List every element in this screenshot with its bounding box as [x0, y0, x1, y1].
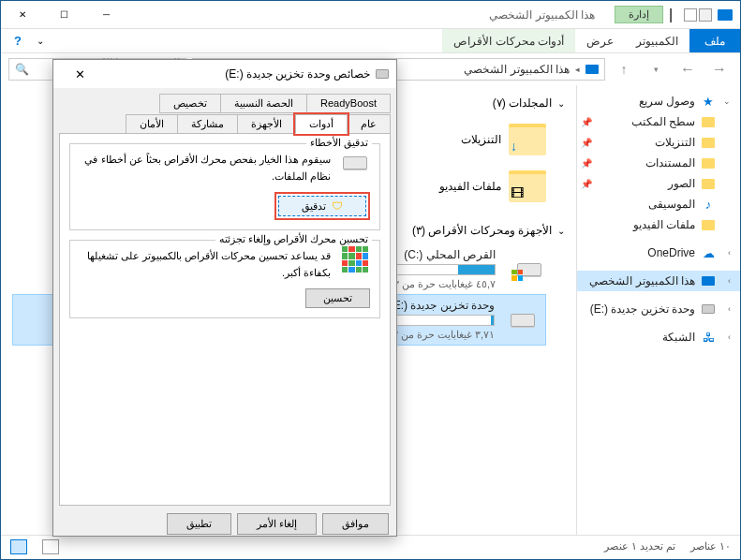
folder-icon	[701, 217, 716, 232]
nav-label: سطح المكتب	[598, 115, 695, 128]
chevron-down-icon: ⌄	[557, 98, 565, 109]
qat-icon[interactable]	[684, 8, 697, 22]
nav-forward-button[interactable]: ←	[674, 56, 701, 82]
folder-icon: 🎞	[509, 170, 546, 202]
nav-up-button[interactable]: ↑	[611, 56, 637, 82]
properties-dialog: خصائص وحدة تخزين جديدة (:E) ✕ ReadyBoost…	[52, 59, 397, 537]
nav-drive-e[interactable]: ›وحدة تخزين جديدة (:E)	[577, 299, 740, 319]
nav-this-pc[interactable]: ›هذا الكمبيوتر الشخصي	[577, 271, 740, 291]
tab-sharing[interactable]: مشاركة	[177, 114, 238, 134]
ribbon-tab-view[interactable]: عرض	[575, 29, 625, 52]
check-button[interactable]: 🛡 تدقيق	[278, 196, 366, 216]
button-label: تحسين	[323, 292, 352, 304]
separator: |	[669, 7, 678, 23]
minimize-button[interactable]: ─	[85, 1, 127, 29]
window-title: هذا الكمبيوتر الشخصي	[489, 8, 595, 22]
button-row: تحسين	[80, 288, 370, 308]
ribbon: ملف الكمبيوتر عرض أدوات محركات الأقراص ⌄…	[1, 29, 740, 53]
error-checking-group: تدقيق الأخطاء سيقوم هذا الخيار بفحص محرك…	[69, 143, 380, 230]
nav-group-network: ›🖧الشبكة	[577, 327, 740, 347]
nav-onedrive[interactable]: ›☁OneDrive	[577, 243, 740, 263]
cloud-icon: ☁	[701, 245, 716, 260]
chevron-down-icon[interactable]: ⌄	[721, 96, 731, 106]
fieldset-content: سيقوم هذا الخيار بفحص محرك الأقراص بحثاً…	[80, 152, 370, 184]
drive-check-icon	[340, 152, 370, 174]
chevron-icon[interactable]: ›	[721, 276, 731, 286]
chevron-down-icon: ⌄	[557, 226, 565, 236]
dialog-title-content: خصائص وحدة تخزين جديدة (:E)	[225, 67, 389, 81]
window-titlebar: ✕ ☐ ─ هذا الكمبيوتر الشخصي إدارة |	[1, 1, 740, 29]
drive-icon	[505, 257, 542, 283]
nav-group-onedrive: ›☁OneDrive	[577, 243, 740, 263]
breadcrumb-item[interactable]: هذا الكمبيوتر الشخصي	[464, 63, 570, 76]
close-button[interactable]: ✕	[1, 1, 43, 29]
shield-icon: 🛡	[332, 199, 343, 213]
nav-item-downloads[interactable]: التنزيلات📌	[577, 132, 740, 153]
nav-item-videos[interactable]: ملفات الفيديو	[577, 214, 740, 235]
folder-label: ملفات الفيديو	[439, 180, 501, 193]
button-label: تدقيق	[302, 200, 326, 213]
tab-hardware[interactable]: الأجهزة	[237, 114, 296, 134]
ribbon-file-tab[interactable]: ملف	[689, 29, 740, 52]
nav-label: هذا الكمبيوتر الشخصي	[581, 274, 695, 287]
titlebar-content: هذا الكمبيوتر الشخصي إدارة |	[489, 6, 740, 23]
ribbon-tab-drive-tools[interactable]: أدوات محركات الأقراص	[442, 29, 575, 52]
nav-item-documents[interactable]: المستندات📌	[577, 153, 740, 173]
search-icon: 🔍	[15, 63, 29, 76]
pin-icon: 📌	[581, 158, 592, 169]
tab-general[interactable]: عام	[347, 114, 391, 134]
pin-icon: 📌	[581, 117, 592, 127]
folder-icon: ↓	[509, 124, 546, 155]
cancel-button[interactable]: إلغاء الأمر	[237, 513, 317, 535]
tab-security[interactable]: الأمان	[126, 114, 178, 134]
nav-item-desktop[interactable]: سطح المكتب📌	[577, 111, 740, 132]
pc-icon	[585, 65, 599, 74]
status-item-count: ١٠ عناصر	[690, 540, 731, 553]
breadcrumb-sep: ◂	[575, 65, 580, 74]
tab-customize[interactable]: تخصيص	[159, 94, 221, 113]
nav-item-pictures[interactable]: الصور📌	[577, 173, 740, 194]
maximize-button[interactable]: ☐	[43, 1, 85, 29]
dialog-title: خصائص وحدة تخزين جديدة (:E)	[225, 67, 370, 81]
tab-readyboost[interactable]: ReadyBoost	[306, 94, 391, 113]
folder-downloads[interactable]: ↓التنزيلات	[415, 117, 546, 162]
tab-tools[interactable]: أدوات	[295, 114, 348, 134]
apply-button[interactable]: تطبيق	[167, 513, 231, 535]
nav-label: الموسيقى	[581, 198, 695, 211]
nav-network[interactable]: ›🖧الشبكة	[577, 327, 740, 347]
fieldset-text: قد يساعد تحسين محركات الأقراص بالكمبيوتر…	[80, 248, 331, 281]
tab-quota[interactable]: الحصة النسبية	[220, 94, 307, 113]
qat-icon[interactable]	[699, 8, 712, 22]
chevron-icon[interactable]: ›	[721, 304, 731, 314]
optimize-group: تحسين محرك الأقراص وإلغاء تجزئته قد يساع…	[69, 240, 380, 318]
ribbon-tab-computer[interactable]: الكمبيوتر	[625, 29, 689, 52]
section-title: المجلدات (٧)	[493, 96, 552, 110]
check-button-highlight: 🛡 تدقيق	[274, 192, 370, 220]
defrag-icon	[340, 248, 370, 271]
ribbon-expand-button[interactable]: ⌄	[29, 29, 52, 52]
folder-icon	[701, 155, 716, 170]
folder-icon	[701, 114, 716, 129]
chevron-icon[interactable]: ›	[721, 248, 731, 258]
nav-item-music[interactable]: ♪الموسيقى	[577, 194, 740, 214]
folder-videos[interactable]: 🎞ملفات الفيديو	[415, 164, 546, 209]
star-icon: ★	[701, 94, 716, 109]
nav-label: الصور	[598, 177, 695, 190]
optimize-button[interactable]: تحسين	[305, 288, 370, 308]
contextual-tab-label: إدارة	[615, 6, 663, 23]
nav-back-button[interactable]: →	[706, 56, 733, 82]
dialog-close-button[interactable]: ✕	[61, 60, 98, 88]
ok-button[interactable]: موافق	[322, 513, 389, 535]
nav-group-quick: ⌄ ★ وصول سريع سطح المكتب📌 التنزيلات📌 الم…	[577, 91, 740, 235]
status-selected-count: تم تحديد ١ عنصر	[604, 540, 675, 553]
network-icon: 🖧	[701, 330, 716, 345]
nav-label: الشبكة	[581, 331, 695, 344]
nav-quick-access[interactable]: ⌄ ★ وصول سريع	[577, 91, 740, 111]
view-tiles-button[interactable]	[10, 539, 27, 554]
dialog-titlebar: خصائص وحدة تخزين جديدة (:E) ✕	[53, 60, 396, 88]
help-button[interactable]: ?	[7, 29, 29, 52]
chevron-icon[interactable]: ›	[721, 332, 731, 342]
nav-group-pc: ›هذا الكمبيوتر الشخصي	[577, 271, 740, 291]
nav-label: OneDrive	[581, 246, 695, 259]
nav-history-button[interactable]: ▾	[643, 56, 669, 82]
